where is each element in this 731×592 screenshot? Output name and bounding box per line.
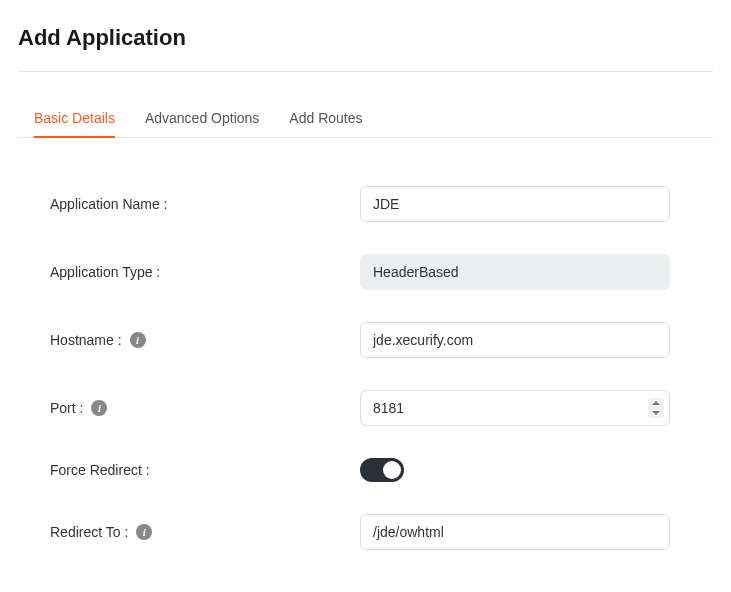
info-icon[interactable]: i [91, 400, 107, 416]
input-application-type [360, 254, 670, 290]
info-icon[interactable]: i [130, 332, 146, 348]
label-redirect-to-text: Redirect To : [50, 524, 128, 540]
row-hostname: Hostname : i [50, 322, 713, 358]
tab-advanced-options[interactable]: Advanced Options [145, 100, 259, 138]
label-hostname-text: Hostname : [50, 332, 122, 348]
label-application-type: Application Type : [50, 264, 360, 280]
port-spinner-down[interactable] [650, 409, 662, 417]
row-redirect-to: Redirect To : i [50, 514, 713, 550]
tabs-container: Basic Details Advanced Options Add Route… [18, 100, 713, 138]
row-port: Port : i [50, 390, 713, 426]
page-title: Add Application [18, 25, 713, 51]
label-hostname: Hostname : i [50, 332, 360, 348]
tab-basic-details[interactable]: Basic Details [34, 100, 115, 138]
row-application-name: Application Name : [50, 186, 713, 222]
port-spinner [648, 398, 664, 418]
form-container: Application Name : Application Type : Ho… [18, 138, 713, 592]
row-force-redirect: Force Redirect : [50, 458, 713, 482]
port-spinner-up[interactable] [650, 400, 662, 408]
tab-add-routes[interactable]: Add Routes [289, 100, 362, 138]
label-port: Port : i [50, 400, 360, 416]
chevron-down-icon [652, 410, 660, 415]
label-redirect-to: Redirect To : i [50, 524, 360, 540]
label-application-name: Application Name : [50, 196, 360, 212]
row-application-type: Application Type : [50, 254, 713, 290]
title-divider [18, 71, 713, 72]
label-force-redirect: Force Redirect : [50, 462, 360, 478]
input-application-name[interactable] [360, 186, 670, 222]
info-icon[interactable]: i [136, 524, 152, 540]
input-port[interactable] [360, 390, 670, 426]
input-redirect-to[interactable] [360, 514, 670, 550]
toggle-force-redirect[interactable] [360, 458, 404, 482]
chevron-up-icon [652, 401, 660, 406]
label-port-text: Port : [50, 400, 83, 416]
input-hostname[interactable] [360, 322, 670, 358]
port-input-wrapper [360, 390, 670, 426]
